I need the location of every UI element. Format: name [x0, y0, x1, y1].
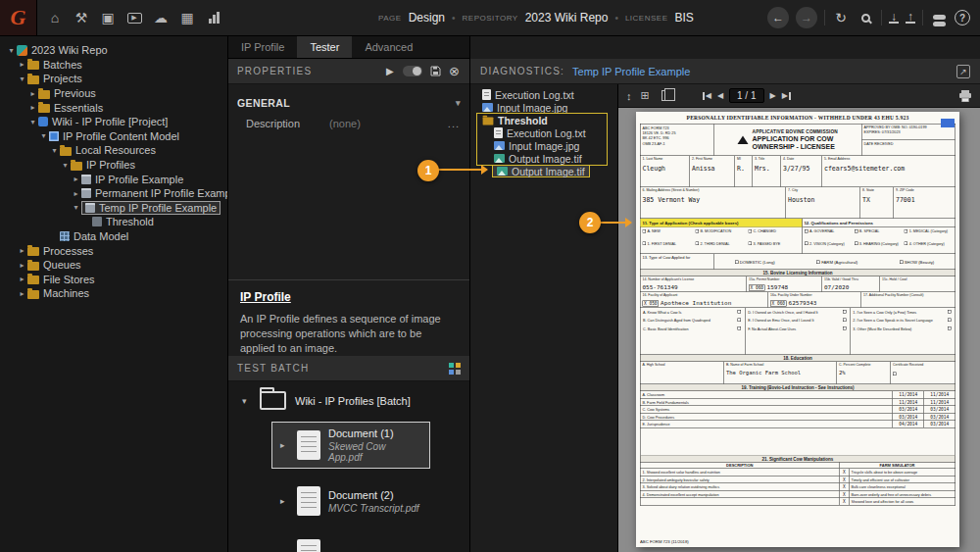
upload-icon[interactable]: ↑ [906, 12, 915, 24]
expander-icon[interactable]: ▸ [17, 289, 27, 298]
cloud-upload-icon[interactable]: ☁ [149, 6, 172, 29]
expander-icon[interactable]: ▸ [27, 103, 38, 112]
tree-item-file-stores[interactable]: ▸ File Stores [0, 273, 227, 287]
expander-icon[interactable]: ▾ [6, 46, 17, 55]
tree-item-content-model[interactable]: ▾ IP Profile Content Model [0, 129, 227, 144]
first-page-icon[interactable]: ◀ [703, 91, 711, 100]
tree-item-previous[interactable]: ▸ Previous [0, 86, 227, 101]
tree-item-batches[interactable]: ▸ Batches [0, 58, 227, 73]
batch-document-3[interactable]: ▸ [271, 533, 430, 552]
expander-icon[interactable]: ▾ [242, 396, 251, 406]
chevron-down-icon[interactable]: ▾ [456, 98, 461, 108]
tab-ip-profile[interactable]: IP Profile [228, 36, 297, 58]
batch-document-1[interactable]: ▸ Document (1) Skewed Cow App.pdf [271, 422, 430, 469]
form-manipulation-row: XShowed love and affection for all cows [640, 498, 956, 506]
tree-item-ip-profile-example[interactable]: ▸ IP Profile Example [0, 172, 227, 186]
expander-icon[interactable]: ▾ [38, 131, 49, 140]
file-row[interactable]: Input Image.jpg [470, 101, 617, 114]
download-icon[interactable]: ↓ [889, 12, 899, 24]
page-value[interactable]: Design [409, 11, 445, 25]
help-icon[interactable]: ? [955, 10, 970, 25]
tree-item-wiki-ip-profile-project[interactable]: ▾ Wiki - IP Profile [Project] [0, 115, 227, 129]
expander-icon[interactable]: ▸ [17, 246, 27, 255]
tree-item-local-resources[interactable]: ▾ Local Resources [0, 143, 227, 158]
expander-icon[interactable]: ▾ [49, 146, 60, 155]
next-page-icon[interactable]: ▶ [770, 91, 776, 100]
document-page[interactable]: PERSONALLY IDENTIFIABLE INFORMATION - WI… [636, 112, 959, 547]
batch-document-2[interactable]: ▸ Document (2) MVCC Transcript.pdf [271, 480, 430, 522]
file-row[interactable]: Execution Log.txt [470, 88, 617, 101]
general-section-header[interactable]: GENERAL ▾ [228, 92, 469, 114]
popout-icon[interactable]: ↗ [956, 65, 970, 78]
tree-item-threshold[interactable]: Threshold [0, 215, 227, 229]
expander-icon[interactable]: ▸ [280, 496, 289, 506]
expander-icon[interactable]: ▸ [280, 440, 289, 450]
toggle-switch[interactable] [403, 66, 422, 76]
file-row-threshold-folder[interactable]: Threshold [470, 114, 617, 126]
batch-process-icon[interactable] [449, 363, 461, 375]
tree-item-data-model[interactable]: Data Model [0, 229, 227, 244]
batch-root-folder[interactable]: ▾ Wiki - IP Profiles [Batch] [242, 391, 469, 410]
form-name-row: 1. Last NameCleugh 2. First NameAnissa M… [640, 156, 956, 187]
expander-icon[interactable]: ▾ [71, 203, 81, 212]
divider [922, 10, 923, 25]
tree-item-temp-ip-profile-example[interactable]: ▾ Temp IP Profile Example [0, 201, 227, 216]
stats-icon[interactable] [202, 6, 225, 29]
file-row[interactable]: Output Image.tif [470, 152, 617, 165]
expander-icon[interactable]: ▸ [17, 261, 27, 270]
refresh-icon[interactable]: ↻ [832, 10, 850, 25]
selected-tree-item[interactable]: Temp IP Profile Example [81, 201, 220, 215]
expander-icon[interactable]: ▸ [71, 175, 81, 183]
viewer-canvas[interactable]: PERSONALLY IDENTIFIABLE INFORMATION - WI… [618, 108, 980, 552]
file-row[interactable]: Execution Log.txt [470, 126, 617, 139]
home-icon[interactable]: ⌂ [43, 6, 67, 29]
expander-icon[interactable]: ▾ [27, 118, 38, 126]
expander-icon[interactable]: ▸ [17, 60, 27, 69]
fit-page-icon[interactable]: ⊞ [641, 89, 650, 102]
expander-icon[interactable]: ▾ [60, 161, 71, 170]
layers-icon[interactable] [930, 7, 948, 29]
pages-icon[interactable] [662, 90, 670, 101]
page-indicator: 1 / 1 [729, 88, 763, 103]
tree-item-permanent-ip-profile-example[interactable]: ▸ Permanent IP Profile Example [0, 186, 227, 201]
expander-icon[interactable]: ▸ [17, 275, 27, 283]
tree-item-essentials[interactable]: ▸ Essentials [0, 100, 227, 115]
tree-item-machines[interactable]: ▸ Machines [0, 286, 227, 301]
tree-item-processes[interactable]: ▸ Processes [0, 243, 227, 258]
tree-item-ip-profiles[interactable]: ▾ IP Profiles [0, 158, 227, 173]
tab-advanced[interactable]: Advanced [352, 36, 425, 58]
tree-item-repo[interactable]: ▾ 2023 Wiki Repo [0, 43, 227, 58]
description-property-row[interactable]: Description (none) ... [228, 114, 469, 133]
last-page-icon[interactable]: ▶ [782, 91, 791, 100]
institution-icon[interactable]: ▦ [175, 6, 199, 29]
document-icon [297, 430, 320, 460]
archive-icon[interactable]: ▣ [96, 6, 120, 29]
tools-icon[interactable]: ⚒ [70, 6, 93, 29]
diagnostics-node-link[interactable]: Temp IP Profile Example [572, 66, 690, 77]
ellipsis-button[interactable]: ... [448, 118, 460, 129]
save-icon[interactable] [430, 66, 441, 76]
fit-height-icon[interactable]: ↕ [626, 90, 632, 102]
media-icon[interactable]: ▶ [122, 6, 146, 29]
tab-tester[interactable]: Tester [297, 36, 352, 58]
repository-value[interactable]: 2023 Wiki Repo [525, 11, 609, 25]
selected-file[interactable]: Output Image.tif [492, 165, 590, 177]
expander-icon[interactable]: ▸ [71, 189, 81, 198]
run-icon[interactable]: ▶ [386, 66, 395, 76]
back-button[interactable]: ← [767, 7, 789, 28]
app-logo[interactable]: G [0, 0, 37, 35]
description-value[interactable]: (none) [329, 118, 361, 129]
file-row[interactable]: Input Image.jpg [470, 139, 617, 152]
forward-button[interactable]: → [796, 7, 817, 28]
expander-icon[interactable]: ▸ [27, 89, 38, 98]
close-icon[interactable]: ⊗ [449, 64, 461, 78]
folder-icon [38, 104, 50, 113]
licensee-value[interactable]: BIS [675, 11, 694, 25]
search-icon[interactable] [857, 10, 874, 25]
previous-page-icon[interactable]: ◀ [717, 91, 723, 100]
print-icon[interactable] [958, 90, 972, 102]
tree-item-projects[interactable]: ▾ Projects [0, 72, 227, 86]
folder-icon [71, 162, 82, 171]
tree-item-queues[interactable]: ▸ Queues [0, 258, 227, 273]
expander-icon[interactable]: ▾ [17, 75, 27, 83]
